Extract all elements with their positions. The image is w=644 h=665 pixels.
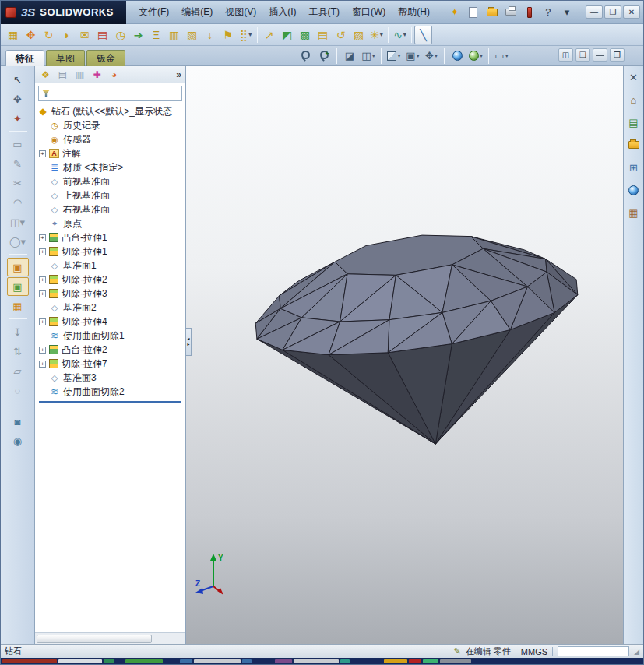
expander-icon[interactable]: +	[39, 290, 46, 297]
expander-icon[interactable]: +	[39, 361, 46, 368]
toolbox-gauge-icon[interactable]	[522, 5, 537, 20]
tree-item[interactable]: +凸台-拉伸1	[37, 230, 185, 245]
hatch-box-icon[interactable]: ▩	[296, 26, 314, 44]
tree-item[interactable]: ◆钻石 (默认<<默认>_显示状态	[37, 104, 185, 118]
box-select-icon[interactable]: ▤	[93, 26, 111, 44]
taskbar-app-segment[interactable]	[58, 659, 102, 663]
split-diagonal-icon[interactable]: ◩	[278, 26, 296, 44]
maximize-button[interactable]: ❐	[604, 5, 621, 19]
tree-item[interactable]: ◇基准面3	[37, 371, 185, 385]
tree-item[interactable]: ≣材质 <未指定>	[37, 160, 185, 174]
resources-star-icon[interactable]: ✦	[447, 5, 463, 20]
minimize-button[interactable]: —	[586, 5, 603, 19]
taskbar-app-segment[interactable]	[180, 659, 192, 663]
tree-item[interactable]: ◷历史记录	[37, 118, 185, 132]
rotate-view-icon[interactable]: ✥▾	[423, 48, 440, 64]
tree-item[interactable]: ◇基准面1	[37, 259, 185, 273]
view-orientation-icon[interactable]: ▾	[385, 48, 403, 64]
menu-file[interactable]: 文件(F)	[132, 2, 175, 22]
taskbar-app-segment[interactable]	[423, 659, 438, 663]
section-view-icon[interactable]: ◪	[341, 48, 358, 64]
taskbar-app-segment[interactable]	[125, 659, 163, 663]
hide-show-items-icon[interactable]: ◫▾	[360, 48, 377, 64]
expander-icon[interactable]: +	[39, 276, 46, 283]
tree-item[interactable]: ◇上视基准面	[37, 188, 185, 202]
expander-icon[interactable]: +	[39, 248, 46, 255]
pattern-grid-icon[interactable]: ▦	[7, 297, 29, 315]
extrude-boss-icon[interactable]: ▣	[7, 258, 29, 276]
flag-icon[interactable]: ⚑	[219, 26, 237, 44]
configurationmanager-icon[interactable]: ▥	[73, 68, 86, 81]
expander-icon[interactable]: +	[39, 347, 46, 354]
tree-item[interactable]: +切除-拉伸7	[37, 357, 185, 371]
tree-item[interactable]: ◇前视基准面	[37, 174, 185, 188]
list-box-icon[interactable]: ▤	[314, 26, 332, 44]
panel-overflow-chevron[interactable]: »	[176, 69, 181, 80]
forward-arrow-icon[interactable]: ➔	[129, 26, 147, 44]
design-library-icon[interactable]: ▤	[626, 114, 642, 130]
taskbar-app-segment[interactable]	[409, 659, 421, 663]
home-icon[interactable]: ⌂	[626, 92, 642, 107]
close-button[interactable]: ✕	[623, 5, 640, 19]
appearances-icon[interactable]	[626, 182, 642, 198]
taskbar-app-segment[interactable]	[340, 659, 350, 663]
menu-view[interactable]: 视图(V)	[219, 2, 262, 22]
propertymanager-icon[interactable]: ▤	[56, 68, 69, 81]
tree-item[interactable]: ◇基准面2	[37, 301, 185, 315]
filter-half-icon[interactable]: ◗	[58, 26, 76, 44]
scrollbar-thumb[interactable]	[37, 635, 152, 643]
taskbar-app-segment[interactable]	[2, 659, 57, 663]
displaymanager-icon[interactable]: ◕	[107, 68, 121, 81]
tab-sketch[interactable]: 草图	[46, 50, 85, 66]
menu-window[interactable]: 窗口(W)	[346, 2, 392, 22]
taskbar-app-segment[interactable]	[104, 659, 114, 663]
shade-box-icon[interactable]: ▨	[350, 26, 368, 44]
expander-icon[interactable]: +	[39, 150, 46, 157]
history-clock-icon[interactable]: ◷	[111, 26, 129, 44]
graphics-area[interactable]: Y Z	[186, 66, 623, 644]
grid-system-icon[interactable]: ▦	[4, 26, 22, 44]
apply-scene-icon[interactable]: ▾	[467, 48, 484, 64]
menu-tools[interactable]: 工具(T)	[303, 2, 346, 22]
arc-tool-icon[interactable]: ◠	[7, 193, 29, 212]
tree-item[interactable]: ≋使用曲面切除2	[37, 385, 185, 399]
rotate-entities-icon[interactable]: ↻	[40, 26, 58, 44]
export-arrow-icon[interactable]: ↗	[260, 26, 278, 44]
circle-tool-icon[interactable]: ◯▾	[7, 232, 29, 251]
tree-item[interactable]: +切除-拉伸2	[37, 273, 185, 287]
new-document-icon[interactable]	[466, 5, 481, 20]
expander-icon[interactable]: +	[39, 234, 46, 241]
close-taskpane-icon[interactable]: ✕	[626, 69, 642, 85]
taskbar-app-segment[interactable]	[194, 659, 241, 663]
menu-help[interactable]: 帮助(H)	[392, 2, 436, 22]
refresh-icon[interactable]: ↺	[332, 26, 350, 44]
os-taskbar[interactable]	[1, 658, 643, 664]
dimxpertmanager-icon[interactable]: ✚	[90, 68, 104, 81]
custom-properties-icon[interactable]: ▦	[626, 205, 642, 220]
tree-item[interactable]: ⌖原点	[37, 216, 185, 230]
taskbar-app-segment[interactable]	[275, 659, 292, 663]
menu-insert[interactable]: 插入(I)	[262, 2, 302, 22]
view-settings-icon[interactable]: ▭▾	[493, 48, 510, 64]
tree-item[interactable]: +切除-拉伸4	[37, 315, 185, 329]
import-arrow-icon[interactable]: ↓	[201, 26, 219, 44]
taskbar-app-segment[interactable]	[294, 659, 339, 663]
lasso-select-icon[interactable]: ✦	[7, 109, 29, 128]
tree-item[interactable]: +切除-拉伸1	[37, 245, 185, 259]
print-icon[interactable]	[503, 5, 519, 20]
spline-icon[interactable]: ∿▾	[391, 26, 409, 44]
tree-item[interactable]: +凸台-拉伸2	[37, 343, 185, 357]
expander-icon[interactable]: +	[39, 318, 46, 325]
tab-sheet-metal[interactable]: 钣金	[86, 50, 125, 66]
quick-dropdown-icon[interactable]: ▾	[559, 5, 575, 20]
featuremanager-tree-icon[interactable]: ❖	[39, 68, 52, 81]
tile-windows-icon[interactable]: ◫	[558, 48, 573, 62]
anchor-tool-icon[interactable]: ↧	[7, 322, 29, 341]
trim-tool-icon[interactable]: ✂	[7, 174, 29, 192]
taskbar-app-segment[interactable]	[116, 659, 124, 663]
doc-restore-button[interactable]: ❐	[610, 48, 625, 62]
move-entities-icon[interactable]: ✥	[22, 26, 40, 44]
taskbar-app-segment[interactable]	[440, 659, 471, 663]
fill-bucket-icon[interactable]: ◙	[7, 412, 29, 431]
diamond-3d-model[interactable]	[186, 66, 623, 644]
